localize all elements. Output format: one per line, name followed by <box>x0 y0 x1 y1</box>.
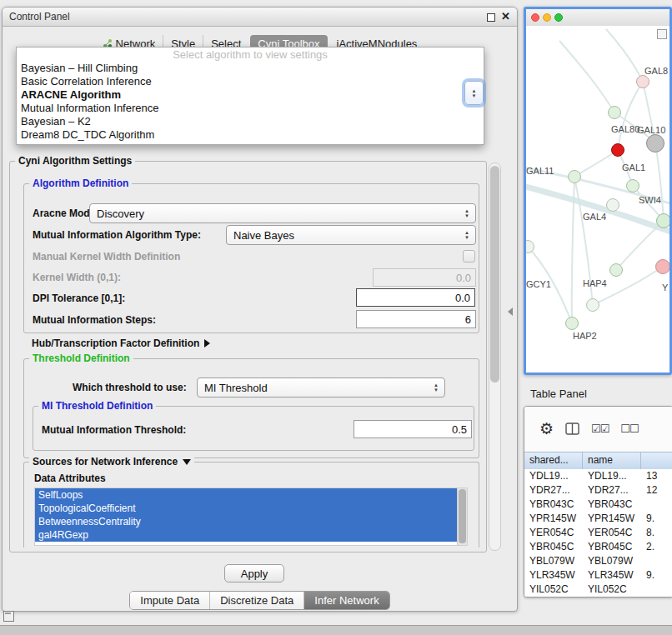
cell-name: YIL052C <box>583 582 641 597</box>
table-row[interactable]: YLR345WYLR345W9. <box>524 568 672 582</box>
cell-shared: YDL19... <box>524 469 583 483</box>
network-node[interactable] <box>606 198 619 212</box>
cell-value: 2. <box>641 540 672 554</box>
bottom-tabs: Impute Data Discretize Data Infer Networ… <box>3 591 517 610</box>
network-window-titlebar[interactable] <box>526 9 669 27</box>
gear-icon[interactable]: ⚙ <box>539 421 554 437</box>
menu-item-bayesian-hill-climbing[interactable]: Bayesian – Hill Climbing <box>17 62 484 75</box>
restore-panel-icon[interactable] <box>3 611 14 622</box>
apply-button[interactable]: Apply <box>224 564 284 582</box>
combo-arrows-icon: ▲▼ <box>461 208 475 218</box>
network-canvas[interactable]: GAL8 GAL80 GAL10 GAL11 GAL1 SWI4 GAL4 GC… <box>526 26 669 372</box>
kernel-width-field[interactable] <box>373 268 476 287</box>
which-threshold-combo[interactable]: MI Threshold ▲▼ <box>197 378 445 398</box>
cell-value: 12 <box>641 483 672 498</box>
cell-shared: YDR27... <box>524 483 583 498</box>
network-node[interactable] <box>655 259 669 274</box>
cell-name: YDR27... <box>583 483 641 498</box>
table-row[interactable]: YPR145WYPR145W9. <box>524 512 672 526</box>
mi-threshold-field[interactable] <box>354 420 472 438</box>
network-node[interactable] <box>646 134 664 152</box>
network-node[interactable] <box>568 170 581 183</box>
mi-steps-field[interactable] <box>356 310 476 328</box>
aracne-mode-combo[interactable]: Discovery ▲▼ <box>89 203 476 223</box>
float-window-icon[interactable] <box>487 13 495 22</box>
settings-scrollbar-thumb[interactable] <box>490 166 499 382</box>
table-panel-title: Table Panel <box>530 388 587 400</box>
column-header-partial[interactable] <box>641 452 672 469</box>
data-attributes-list[interactable]: SelfLoops TopologicalCoefficient Between… <box>34 488 468 546</box>
node-label: GAL4 <box>583 212 606 222</box>
scrollbar-thumb[interactable] <box>459 489 466 543</box>
dpi-tolerance-label: DPI Tolerance [0,1]: <box>33 292 125 304</box>
minimize-traffic-light-icon[interactable] <box>543 13 551 22</box>
manual-kernel-width-checkbox[interactable] <box>463 250 475 262</box>
list-item-betweennesscentrality[interactable]: BetweennessCentrality <box>35 515 467 528</box>
tab-impute-data[interactable]: Impute Data <box>130 592 209 609</box>
checked-boxes-icon[interactable]: ☑☑ <box>591 422 609 435</box>
data-attributes-label: Data Attributes <box>34 472 106 484</box>
menu-item-mutual-information[interactable]: Mutual Information Inference <box>17 102 484 115</box>
cell-name: YLR345W <box>583 568 641 582</box>
collapsed-arrow-icon <box>204 339 210 348</box>
which-threshold-label: Which threshold to use: <box>73 382 187 393</box>
close-traffic-light-icon[interactable] <box>531 13 539 22</box>
columns-icon[interactable] <box>565 422 579 435</box>
network-node[interactable] <box>626 179 639 192</box>
list-item-selfloops[interactable]: SelfLoops <box>35 488 467 502</box>
algorithm-combo-stepper[interactable]: ▲▼ <box>464 81 484 105</box>
attribute-list-scrollbar[interactable] <box>457 488 467 545</box>
network-node[interactable] <box>656 213 669 228</box>
tab-infer-network[interactable]: Infer Network <box>303 592 389 609</box>
cell-shared: YBR045C <box>524 540 583 554</box>
threshold-definition-group: Threshold Definition Which threshold to … <box>23 358 479 458</box>
settings-scrollbar[interactable] <box>489 162 501 551</box>
sources-group-title[interactable]: Sources for Network Inference <box>29 456 194 468</box>
cell-name: YPR145W <box>583 512 641 526</box>
table-row[interactable]: YER054CYER054C8. <box>524 526 672 540</box>
mi-algorithm-type-combo[interactable]: Naive Bayes ▲▼ <box>226 225 476 245</box>
table-row[interactable]: YIL052CYIL052C <box>524 582 672 597</box>
table-toolbar: ⚙ ☑☑ ☐☐ <box>524 407 672 450</box>
node-label: GCY1 <box>526 279 551 289</box>
tab-discretize-data[interactable]: Discretize Data <box>209 592 303 609</box>
cell-shared: YER054C <box>524 526 583 540</box>
expanded-arrow-icon <box>183 459 191 465</box>
close-icon[interactable]: ✕ <box>501 10 510 23</box>
scroll-corner-box <box>657 29 667 39</box>
zoom-traffic-light-icon[interactable] <box>554 13 563 22</box>
network-node[interactable] <box>636 75 649 88</box>
cell-shared: YIL052C <box>524 582 583 597</box>
list-item-topologicalcoefficient[interactable]: TopologicalCoefficient <box>35 502 467 515</box>
column-header-name[interactable]: name <box>583 452 641 469</box>
table-row[interactable]: YBR043CYBR043C <box>524 498 672 512</box>
splitter-collapse-icon[interactable] <box>508 308 513 316</box>
threshold-definition-title: Threshold Definition <box>29 352 133 364</box>
network-node[interactable] <box>609 263 623 277</box>
network-node-selected[interactable] <box>611 143 624 157</box>
hub-definition-toggle[interactable]: Hub/Transcription Factor Definition <box>32 335 210 350</box>
control-panel-titlebar[interactable]: Control Panel ✕ <box>3 8 517 27</box>
table-body: YDL19...YDL19...13 YDR27...YDR27...12 YB… <box>524 469 672 597</box>
menu-item-basic-correlation[interactable]: Basic Correlation Inference <box>17 75 484 88</box>
menu-item-bayesian-k2[interactable]: Bayesian – K2 <box>17 115 484 128</box>
network-node[interactable] <box>565 317 579 330</box>
network-node[interactable] <box>608 106 621 119</box>
bottom-status-strip <box>0 625 672 635</box>
table-row[interactable]: YDL19...YDL19...13 <box>524 469 672 483</box>
column-header-shared[interactable]: shared... <box>524 452 583 469</box>
table-row[interactable]: YDR27...YDR27...12 <box>524 483 672 498</box>
list-item-gal4rgexp[interactable]: gal4RGexp <box>35 528 467 542</box>
sources-group: Sources for Network Inference Data Attri… <box>23 462 479 548</box>
table-row[interactable]: YBL079WYBL079W <box>524 554 672 568</box>
node-label: Y <box>662 282 668 292</box>
kernel-width-label: Kernel Width (0,1): <box>33 272 121 283</box>
network-node[interactable] <box>586 298 599 312</box>
node-label: GAL11 <box>526 166 554 176</box>
unchecked-boxes-icon[interactable]: ☐☐ <box>620 422 638 435</box>
menu-item-dream8[interactable]: Dream8 DC_TDC Algorithm <box>17 128 484 142</box>
menu-item-aracne[interactable]: ARACNE Algorithm <box>17 88 484 102</box>
node-label: SWI4 <box>639 195 661 205</box>
dpi-tolerance-field[interactable] <box>356 288 475 307</box>
table-row[interactable]: YBR045CYBR045C2. <box>524 540 672 554</box>
